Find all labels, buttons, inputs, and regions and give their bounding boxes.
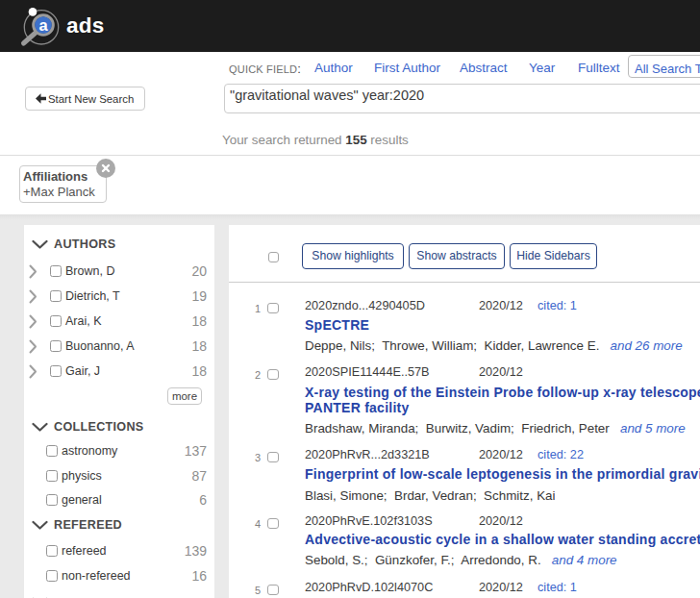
svg-text:a: a <box>38 16 48 34</box>
